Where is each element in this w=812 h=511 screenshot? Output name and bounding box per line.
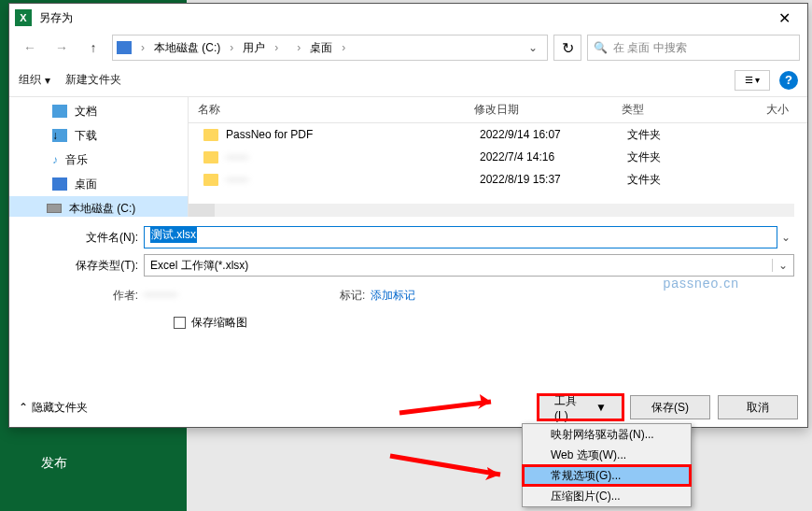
horizontal-scrollbar[interactable] — [189, 204, 794, 217]
nav-localdisk[interactable]: 本地磁盘 (C:) — [9, 196, 188, 217]
excel-icon — [15, 9, 32, 26]
refresh-button[interactable]: ↻ — [553, 35, 581, 61]
thumbnail-checkbox[interactable] — [174, 317, 186, 329]
view-button[interactable]: ☰ ▾ — [735, 70, 770, 91]
chevron-down-icon[interactable]: ⌄ — [777, 231, 794, 244]
breadcrumb[interactable]: › 本地磁盘 (C:) › 用户 › › 桌面 › ⌄ — [112, 35, 548, 61]
drive-icon — [117, 41, 132, 54]
save-button[interactable]: 保存(S) — [630, 395, 710, 419]
nav-downloads[interactable]: ↓下载 — [9, 123, 188, 148]
search-input[interactable]: 🔍 在 桌面 中搜索 — [587, 35, 800, 61]
folder-icon — [203, 174, 218, 186]
chevron-down-icon: ⌄ — [772, 259, 788, 272]
new-folder-button[interactable]: 新建文件夹 — [65, 72, 121, 88]
filetype-label: 保存类型(T): — [22, 258, 144, 274]
menu-web-options[interactable]: Web 选项(W)... — [523, 445, 691, 465]
nav-documents[interactable]: 文档 — [9, 99, 188, 123]
search-icon: 🔍 — [594, 41, 608, 54]
author-label: 作者: — [22, 288, 144, 304]
chevron-down-icon[interactable]: ⌄ — [523, 41, 543, 54]
folder-icon — [203, 151, 218, 163]
close-button[interactable]: ✕ — [763, 4, 805, 32]
menu-compress[interactable]: 压缩图片(C)... — [523, 486, 691, 506]
publish-label: 发布 — [41, 455, 67, 472]
column-name[interactable]: 名称 — [189, 102, 465, 118]
file-list: 名称 修改日期 类型 大小 PassNeo for PDF 2022/9/14 … — [189, 97, 807, 217]
thumbnail-label: 保存缩略图 — [191, 315, 247, 331]
file-row[interactable]: —— 2022/7/4 14:16 文件夹 — [189, 146, 807, 168]
hide-folders-button[interactable]: ⌃隐藏文件夹 — [19, 400, 88, 416]
nav-desktop[interactable]: 桌面 — [9, 172, 188, 196]
column-type[interactable]: 类型 — [612, 102, 734, 118]
back-button[interactable]: ← — [17, 35, 43, 60]
save-as-dialog: 另存为 ✕ ← → ↑ › 本地磁盘 (C:) › 用户 › › 桌面 › ⌄ … — [8, 3, 808, 428]
dialog-title: 另存为 — [39, 10, 763, 26]
organize-button[interactable]: 组织▾ — [19, 72, 50, 88]
filename-label: 文件名(N): — [22, 230, 144, 246]
tag-label: 标记: — [340, 288, 371, 304]
help-button[interactable]: ? — [779, 71, 798, 90]
file-row[interactable]: —— 2022/8/19 15:37 文件夹 — [189, 168, 807, 191]
column-date[interactable]: 修改日期 — [465, 102, 612, 118]
tag-value[interactable]: 添加标记 — [371, 288, 415, 304]
filetype-select[interactable]: Excel 工作簿(*.xlsx) ⌄ — [144, 254, 794, 277]
filename-input[interactable]: 测试.xlsx — [144, 226, 777, 248]
tools-dropdown: 映射网络驱动器(N)... Web 选项(W)... 常规选项(G)... 压缩… — [522, 423, 692, 507]
author-value[interactable]: ——— — [144, 288, 177, 304]
watermark: passneo.cn — [663, 276, 739, 291]
nav-music[interactable]: ♪音乐 — [9, 148, 188, 172]
annotation-arrow — [398, 385, 510, 426]
column-size[interactable]: 大小 — [734, 102, 807, 118]
navigation-pane: 文档 ↓下载 ♪音乐 桌面 本地磁盘 (C:) — [9, 97, 189, 217]
tools-button[interactable]: 工具(L)▼ — [539, 395, 623, 419]
file-row[interactable]: PassNeo for PDF 2022/9/14 16:07 文件夹 — [189, 123, 807, 146]
menu-general-options[interactable]: 常规选项(G)... — [523, 465, 691, 486]
annotation-arrow — [388, 448, 519, 490]
menu-map-drive[interactable]: 映射网络驱动器(N)... — [523, 424, 691, 445]
folder-icon — [203, 129, 218, 141]
up-button[interactable]: ↑ — [80, 35, 106, 60]
forward-button[interactable]: → — [49, 35, 75, 60]
cancel-button[interactable]: 取消 — [718, 395, 798, 419]
